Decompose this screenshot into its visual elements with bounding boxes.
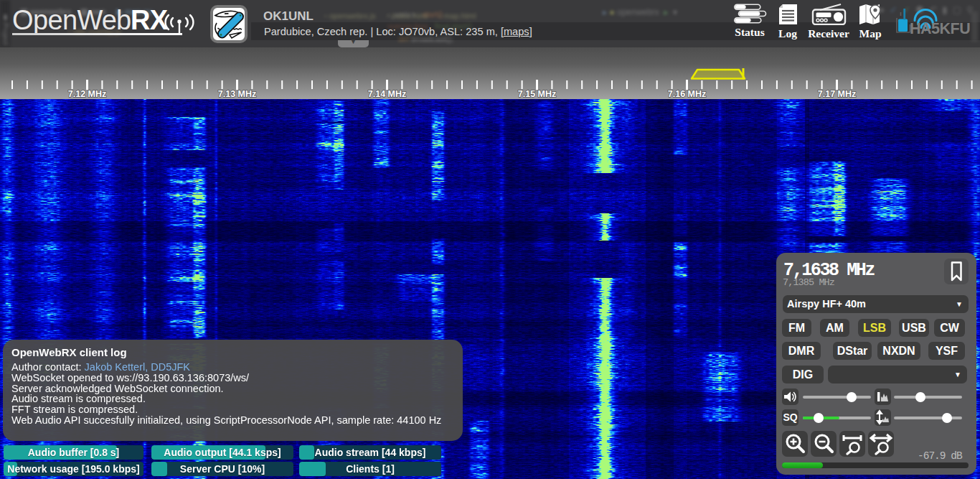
svg-text:7.14 MHz: 7.14 MHz: [368, 89, 407, 99]
svg-text:7.13 MHz: 7.13 MHz: [218, 89, 257, 99]
svg-text:7.16 MHz: 7.16 MHz: [668, 89, 707, 99]
svg-text:HA5KFU: HA5KFU: [910, 20, 970, 37]
svg-text:7.15 MHz: 7.15 MHz: [518, 89, 557, 99]
svg-text:7.12 MHz: 7.12 MHz: [68, 89, 107, 99]
svg-text:7.17 MHz: 7.17 MHz: [818, 89, 857, 99]
